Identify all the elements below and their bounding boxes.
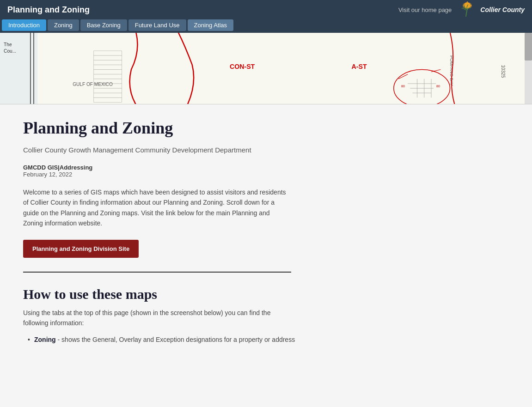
author: GMCDD GIS|Addressing <box>23 164 393 171</box>
main-content: Planning and Zoning Collier County Growt… <box>0 104 416 359</box>
meta-info: GMCDD GIS|Addressing February 12, 2022 <box>23 164 393 178</box>
tab-zoning[interactable]: Zoning <box>48 19 79 31</box>
scrollbar-thumb[interactable] <box>525 33 532 61</box>
scrollbar[interactable] <box>525 33 532 104</box>
how-to-text: Using the tabs at the top of this page (… <box>23 308 291 328</box>
tab-future-land-use[interactable]: Future Land Use <box>128 19 186 31</box>
svg-text:The: The <box>4 42 12 47</box>
collier-county-label: Collier County <box>480 6 525 13</box>
feature-list: Zoning - shows the General, Overlay and … <box>23 334 393 345</box>
visit-home-label: Visit our home page <box>398 6 452 13</box>
svg-text:80: 80 <box>401 85 405 88</box>
tab-introduction[interactable]: Introduction <box>2 19 46 31</box>
svg-text:GULF OF MEXICO: GULF OF MEXICO <box>73 82 113 87</box>
section-divider <box>23 272 291 273</box>
tab-base-zoning[interactable]: Base Zoning <box>80 19 127 31</box>
collier-logo-icon <box>457 1 477 18</box>
list-item-text: - shows the General, Overlay and Excepti… <box>56 336 295 343</box>
header-right: Visit our home page Collier County <box>398 1 525 18</box>
svg-text:80: 80 <box>436 85 440 88</box>
map-canvas: The Cou... GULF OF MEXICO CON-ST A-ST PO… <box>0 33 532 104</box>
division-site-button[interactable]: Planning and Zoning Division Site <box>23 240 139 258</box>
svg-text:10325: 10325 <box>501 65 506 78</box>
list-item-label: Zoning <box>34 336 56 343</box>
svg-text:Cou...: Cou... <box>4 49 16 54</box>
app-title: Planning and Zoning <box>7 5 90 15</box>
welcome-text: Welcome to a series of GIS maps which ha… <box>23 187 291 229</box>
collier-logo[interactable]: Collier County <box>457 1 525 18</box>
list-item: Zoning - shows the General, Overlay and … <box>28 334 393 345</box>
header: Planning and Zoning Visit our home page <box>0 0 532 19</box>
svg-text:CON-ST: CON-ST <box>230 63 255 70</box>
subtitle: Collier County Growth Management Communi… <box>23 145 393 155</box>
svg-text:A-ST: A-ST <box>352 63 367 70</box>
how-to-title: How to use these maps <box>23 286 393 302</box>
map-preview: The Cou... GULF OF MEXICO CON-ST A-ST PO… <box>0 33 532 104</box>
tab-bar: Introduction Zoning Base Zoning Future L… <box>0 19 532 33</box>
page-main-title: Planning and Zoning <box>23 118 393 138</box>
tab-zoning-atlas[interactable]: Zoning Atlas <box>188 19 234 31</box>
date: February 12, 2022 <box>23 171 393 178</box>
